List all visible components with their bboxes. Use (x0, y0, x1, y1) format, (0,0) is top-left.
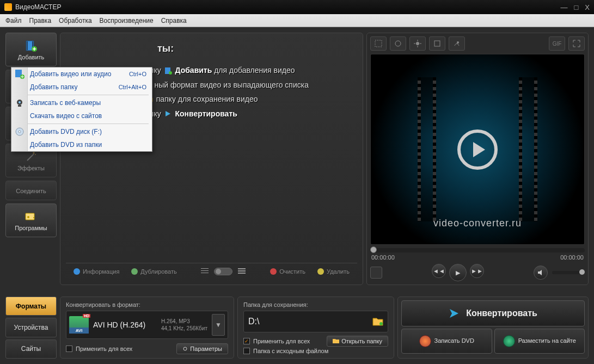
same-folder-checkbox[interactable] (243, 348, 250, 354)
format-selector[interactable]: AVI AVI HD (H.264) H.264, MP3 44,1 KHz, … (66, 311, 228, 339)
tab-formats[interactable]: Форматы (5, 297, 57, 316)
film-strip-icon (519, 77, 537, 221)
film-plus-inline-icon (164, 67, 172, 75)
step3-tail: папку для сохранения видео (156, 95, 258, 103)
svg-point-18 (379, 322, 383, 325)
clear-button[interactable]: Очистить (267, 267, 309, 276)
tool-brightness-icon[interactable] (409, 36, 426, 51)
duplicate-button[interactable]: Дублировать (128, 267, 180, 276)
format-spec2: 44,1 KHz, 256Кбит (161, 325, 207, 332)
menu-process[interactable]: Обработка (59, 17, 92, 24)
programs-button[interactable]: Программы (5, 203, 57, 237)
menu-file[interactable]: Файл (5, 17, 22, 24)
format-spec1: H.264, MP3 (161, 318, 207, 325)
tool-gif-button[interactable]: GIF (549, 36, 565, 51)
format-preset-icon: AVI (69, 316, 89, 334)
svg-rect-23 (18, 105, 21, 107)
dd-add-dvd[interactable]: Добавить DVD диск (F:) (11, 125, 152, 138)
view-grid-icon[interactable] (238, 268, 246, 275)
play-button[interactable]: ▶ (449, 264, 467, 281)
open-folder-button[interactable]: Открыть папку (327, 336, 388, 347)
clear-icon (270, 268, 277, 275)
seek-slider[interactable] (370, 248, 585, 252)
content-toolbar: Информация Дублировать Очистить Удалить (66, 263, 357, 279)
snapshot-button[interactable] (370, 267, 382, 279)
folder-apply-all-checkbox[interactable]: ✓ (243, 338, 250, 344)
preview-panel: GIF video-converter.ru 00:00:0000:00:00 … (366, 33, 589, 285)
volume-button[interactable] (534, 266, 548, 280)
menu-edit[interactable]: Правка (29, 17, 52, 24)
dd-add-folder[interactable]: Добавить папкуCtrl+Alt+O (11, 81, 152, 94)
dd-add-dvd-folder[interactable]: Добавить DVD из папки (11, 138, 152, 151)
svg-point-11 (169, 71, 172, 75)
svg-point-22 (19, 101, 21, 103)
film-strip-icon (418, 77, 436, 221)
browse-folder-button[interactable] (372, 317, 383, 326)
dd-webcam[interactable]: Записать с веб-камеры (11, 96, 152, 109)
params-button[interactable]: Параметры (176, 343, 228, 354)
preview-brand: video-converter.ru (433, 218, 522, 229)
play-inline-icon (164, 110, 172, 118)
tool-speed-icon[interactable] (449, 36, 465, 51)
step1-bold: Добавить (175, 66, 212, 75)
step4-bold: Конвертировать (175, 109, 237, 118)
add-dropdown: Добавить видео или аудиоCtrl+O Добавить … (11, 67, 152, 152)
delete-icon (317, 268, 324, 275)
format-dropdown-button[interactable]: ▼ (212, 314, 225, 336)
volume-slider[interactable] (552, 271, 585, 274)
tab-devices[interactable]: Устройства (5, 318, 57, 337)
clear-label: Очистить (279, 268, 305, 275)
gif-label: GIF (553, 41, 562, 47)
convert-panel: Конвертировать Записать DVD Разместить н… (397, 297, 589, 359)
svg-point-13 (395, 41, 401, 46)
next-button[interactable]: ►► (470, 264, 484, 278)
effects-label: Эффекты (17, 165, 45, 171)
minimize-button[interactable]: — (560, 3, 567, 11)
app-title: ВидеоМАСТЕР (15, 3, 560, 11)
publish-button[interactable]: Разместить на сайте (494, 329, 585, 354)
webcam-icon (14, 97, 26, 108)
tool-fullscreen-icon[interactable] (568, 36, 585, 51)
tool-crop-icon[interactable] (370, 36, 387, 51)
format-panel: Конвертировать в формат: AVI AVI HD (H.2… (60, 297, 234, 359)
dup-label: Дублировать (140, 268, 176, 275)
format-name: AVI HD (H.264) (93, 320, 157, 329)
tool-rotate-icon[interactable] (390, 36, 406, 51)
play-overlay-icon (457, 129, 498, 170)
join-button[interactable]: Соединить (5, 181, 57, 200)
view-list-icon[interactable] (201, 268, 209, 275)
maximize-button[interactable]: □ (574, 3, 578, 11)
apply-all-checkbox[interactable] (66, 346, 72, 352)
video-preview[interactable]: video-converter.ru (370, 54, 585, 245)
film-plus-icon (14, 69, 26, 79)
format-tabs: Форматы Устройства Сайты (5, 297, 57, 359)
svg-rect-12 (375, 40, 382, 47)
step1-tail: для добавления видео (212, 66, 295, 75)
convert-button[interactable]: Конвертировать (401, 300, 585, 326)
svg-point-16 (457, 41, 459, 44)
time-current: 00:00:00 (371, 254, 395, 261)
film-plus-icon (24, 39, 38, 53)
format-panel-title: Конвертировать в формат: (66, 301, 228, 308)
tool-text-icon[interactable] (429, 36, 445, 51)
close-button[interactable]: X (585, 3, 590, 11)
menu-help[interactable]: Справка (161, 17, 187, 24)
prev-button[interactable]: ◄◄ (432, 264, 446, 278)
svg-point-14 (416, 42, 419, 45)
folder-panel-title: Папка для сохранения: (243, 301, 388, 308)
dd-add-file[interactable]: Добавить видео или аудиоCtrl+O (11, 67, 152, 81)
menu-play[interactable]: Воспроизведение (100, 17, 154, 24)
burn-dvd-button[interactable]: Записать DVD (401, 329, 492, 354)
dd-download[interactable]: Скачать видео с сайтов (11, 109, 152, 122)
output-path[interactable]: D:\ (248, 317, 369, 326)
add-button[interactable]: Добавить (5, 33, 57, 66)
key-icon (24, 209, 38, 224)
info-button[interactable]: Информация (70, 267, 123, 276)
svg-point-9 (27, 216, 29, 218)
join-label: Соединить (16, 188, 46, 194)
view-toggle[interactable] (214, 268, 232, 275)
tab-sites[interactable]: Сайты (5, 340, 57, 359)
delete-label: Удалить (327, 268, 350, 275)
app-logo-icon (4, 3, 12, 11)
delete-button[interactable]: Удалить (314, 267, 353, 276)
